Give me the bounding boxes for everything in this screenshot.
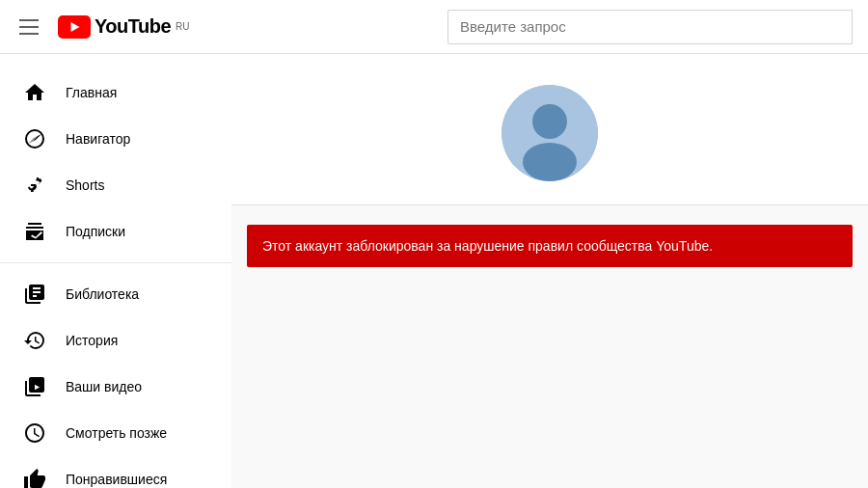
sidebar-item-liked-label: Понравившиеся (66, 472, 167, 487)
sidebar-item-history[interactable]: История (0, 317, 231, 364)
sidebar-section-main: Главная Навигатор Shorts (0, 62, 231, 263)
youtube-logo[interactable]: YouTubeRU (58, 15, 190, 39)
library-icon (23, 283, 46, 306)
blocked-banner: Этот аккаунт заблокирован за нарушение п… (247, 225, 853, 267)
compass-icon (23, 127, 46, 150)
search-input[interactable] (448, 10, 853, 44)
sidebar-item-subscriptions[interactable]: Подписки (0, 208, 231, 255)
sidebar-item-library-label: Библиотека (66, 286, 139, 302)
profile-section (231, 54, 868, 205)
avatar (502, 85, 598, 181)
home-icon (23, 81, 46, 104)
svg-marker-3 (32, 134, 41, 142)
history-icon (23, 329, 46, 352)
sidebar-section-library: Библиотека История Ваши видео (0, 263, 231, 488)
play-icon (23, 375, 46, 398)
sidebar-item-explore[interactable]: Навигатор (0, 116, 231, 162)
sidebar-item-watch-later[interactable]: Смотреть позже (0, 410, 231, 456)
sidebar-item-your-videos[interactable]: Ваши видео (0, 364, 231, 410)
sidebar-item-shorts-label: Shorts (66, 177, 104, 193)
menu-button[interactable] (15, 15, 42, 39)
thumb-up-icon (23, 468, 46, 488)
sidebar-item-watch-later-label: Смотреть позже (66, 425, 167, 441)
sidebar-item-library[interactable]: Библиотека (0, 271, 231, 317)
header: YouTubeRU (0, 0, 868, 54)
sidebar-item-history-label: История (66, 333, 118, 348)
svg-marker-4 (28, 136, 38, 144)
sidebar-item-home-label: Главная (66, 85, 117, 100)
main-content: Этот аккаунт заблокирован за нарушение п… (231, 54, 868, 488)
sidebar-item-home[interactable]: Главная (0, 69, 231, 116)
sidebar-item-subscriptions-label: Подписки (66, 224, 125, 239)
avatar-person-icon (502, 85, 598, 181)
svg-point-6 (532, 104, 567, 139)
clock-icon (23, 421, 46, 445)
sidebar-item-liked[interactable]: Понравившиеся (0, 456, 231, 488)
shorts-icon (23, 174, 46, 197)
youtube-text: YouTube (95, 15, 171, 38)
subscriptions-icon (23, 220, 46, 243)
country-label: RU (176, 21, 189, 32)
svg-point-7 (523, 143, 577, 181)
youtube-icon (58, 15, 91, 39)
header-center (190, 10, 853, 44)
sidebar-item-explore-label: Навигатор (66, 131, 130, 147)
header-left: YouTubeRU (15, 15, 190, 39)
sidebar-item-shorts[interactable]: Shorts (0, 162, 231, 208)
sidebar: Главная Навигатор Shorts (0, 54, 231, 488)
layout: Главная Навигатор Shorts (0, 54, 868, 488)
sidebar-item-your-videos-label: Ваши видео (66, 379, 142, 394)
